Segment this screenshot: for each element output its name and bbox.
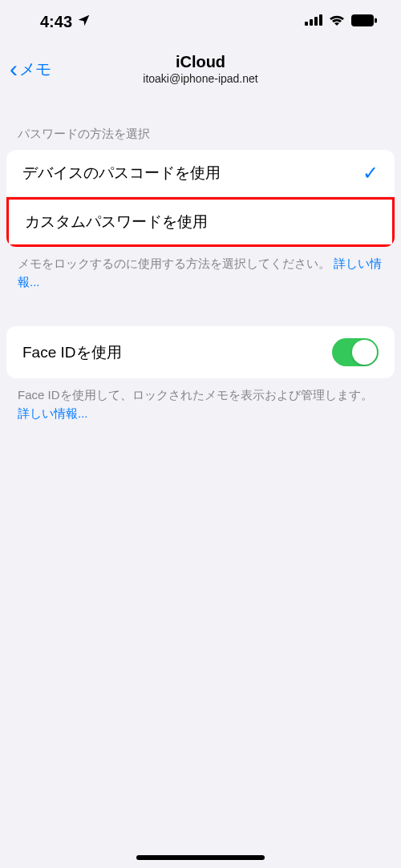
status-bar: 4:43 — [0, 0, 401, 43]
option-label: カスタムパスワードを使用 — [25, 212, 208, 232]
option-device-passcode[interactable]: デバイスのパスコードを使用 ✓ — [6, 150, 395, 197]
svg-rect-3 — [319, 14, 322, 26]
footer-text: メモをロックするのに使用する方法を選択してください。 — [18, 256, 334, 270]
faceid-toggle[interactable] — [332, 338, 379, 366]
section-footer-password-method: メモをロックするのに使用する方法を選択してください。 詳しい情報... — [0, 247, 401, 291]
option-custom-password[interactable]: カスタムパスワードを使用 — [6, 197, 395, 247]
page-title: iCloud — [143, 52, 257, 71]
toggle-knob — [352, 340, 377, 365]
svg-rect-0 — [305, 22, 308, 26]
status-time-area: 4:43 — [40, 13, 91, 31]
option-label: デバイスのパスコードを使用 — [22, 163, 221, 184]
faceid-group: Face IDを使用 — [6, 326, 395, 378]
more-info-link[interactable]: 詳しい情報... — [18, 406, 88, 420]
svg-rect-5 — [375, 18, 377, 22]
header-title-area: iCloud itoaki@iphone-ipad.net — [143, 52, 257, 86]
svg-rect-1 — [310, 19, 313, 26]
chevron-left-icon: ‹ — [10, 57, 18, 81]
svg-rect-2 — [314, 17, 318, 26]
location-icon — [77, 13, 91, 31]
checkmark-icon: ✓ — [363, 162, 379, 184]
wifi-icon — [329, 14, 345, 30]
navigation-header: ‹ メモ iCloud itoaki@iphone-ipad.net — [0, 43, 401, 95]
back-button[interactable]: ‹ メモ — [10, 57, 51, 81]
status-indicators — [305, 14, 377, 30]
battery-icon — [351, 14, 377, 30]
section-header-password-method: パスワードの方法を選択 — [0, 95, 401, 150]
password-method-group: デバイスのパスコードを使用 ✓ カスタムパスワードを使用 — [6, 150, 395, 247]
footer-text: Face IDを使用して、ロックされたメモを表示および管理します。 — [18, 388, 373, 402]
back-label: メモ — [19, 59, 51, 80]
svg-rect-4 — [351, 14, 374, 26]
status-time: 4:43 — [40, 13, 72, 31]
page-subtitle: itoaki@iphone-ipad.net — [143, 71, 257, 86]
home-indicator[interactable] — [136, 855, 265, 860]
section-footer-faceid: Face IDを使用して、ロックされたメモを表示および管理します。 詳しい情報.… — [0, 378, 401, 422]
option-label: Face IDを使用 — [22, 342, 122, 363]
cellular-icon — [305, 14, 322, 29]
option-faceid[interactable]: Face IDを使用 — [6, 326, 395, 378]
